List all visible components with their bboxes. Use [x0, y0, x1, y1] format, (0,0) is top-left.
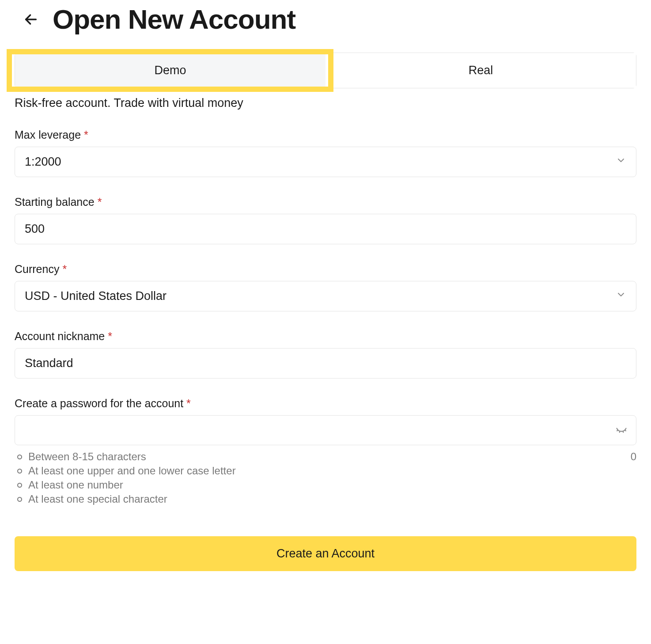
password-input[interactable] [15, 415, 636, 445]
password-hint: At least one upper and one lower case le… [17, 465, 636, 477]
create-account-button[interactable]: Create an Account [15, 536, 636, 571]
arrow-left-icon [23, 12, 38, 27]
svg-line-2 [620, 431, 620, 432]
required-marker: * [62, 263, 67, 275]
tab-real[interactable]: Real [326, 53, 636, 88]
nickname-input[interactable] [15, 348, 636, 379]
required-marker: * [84, 129, 88, 141]
currency-select[interactable]: USD - United States Dollar [15, 281, 636, 311]
currency-label: Currency * [15, 263, 636, 276]
tab-description: Risk-free account. Trade with virtual mo… [15, 96, 636, 110]
page-title: Open New Account [53, 4, 295, 35]
required-marker: * [98, 196, 102, 208]
toggle-password-visibility[interactable] [615, 423, 628, 437]
currency-value: USD - United States Dollar [25, 289, 167, 303]
svg-line-3 [623, 431, 624, 432]
svg-line-4 [625, 430, 626, 431]
required-marker: * [108, 330, 112, 342]
svg-line-1 [617, 430, 618, 431]
password-char-count: 0 [631, 451, 636, 463]
bullet-icon [17, 455, 22, 459]
password-hints-list: Between 8-15 characters At least one upp… [15, 451, 636, 505]
leverage-select[interactable]: 1:2000 [15, 147, 636, 177]
password-label: Create a password for the account * [15, 397, 636, 410]
tab-demo-label: Demo [154, 64, 186, 77]
chevron-down-icon [616, 289, 626, 303]
required-marker: * [186, 397, 191, 409]
nickname-label: Account nickname * [15, 330, 636, 343]
chevron-down-icon [616, 155, 626, 169]
password-hint: Between 8-15 characters [17, 451, 636, 463]
tab-real-label: Real [469, 64, 493, 77]
bullet-icon [17, 469, 22, 474]
balance-input[interactable] [15, 214, 636, 244]
eye-closed-icon [615, 423, 628, 436]
leverage-label: Max leverage * [15, 129, 636, 141]
balance-label: Starting balance * [15, 196, 636, 208]
password-hint: At least one number [17, 479, 636, 491]
password-hint: At least one special character [17, 493, 636, 505]
bullet-icon [17, 497, 22, 502]
bullet-icon [17, 483, 22, 488]
account-type-tabs: Demo Real [15, 53, 636, 88]
tab-demo[interactable]: Demo [15, 53, 326, 88]
leverage-value: 1:2000 [25, 155, 61, 169]
back-button[interactable] [23, 12, 38, 27]
